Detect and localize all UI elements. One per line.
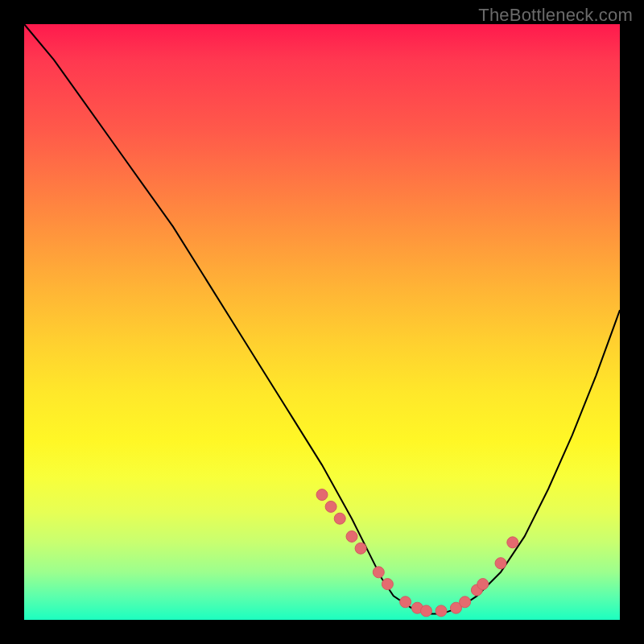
marker-point	[316, 489, 328, 501]
plot-area	[24, 24, 620, 620]
marker-point	[436, 605, 447, 617]
marker-point	[507, 537, 518, 548]
marker-point	[495, 558, 506, 569]
marker-point	[460, 597, 471, 608]
watermark-text: TheBottleneck.com	[478, 5, 633, 26]
marker-point	[373, 567, 384, 578]
marker-point	[400, 597, 411, 608]
marker-point	[355, 543, 366, 554]
marker-point	[325, 501, 336, 512]
marker-point	[421, 605, 432, 617]
bottleneck-curve	[24, 24, 620, 614]
marker-point	[477, 579, 489, 590]
chart-svg	[24, 24, 620, 620]
marker-point	[346, 530, 357, 542]
chart-root: TheBottleneck.com	[0, 0, 644, 644]
marker-point	[382, 579, 393, 590]
marker-point	[334, 513, 345, 524]
